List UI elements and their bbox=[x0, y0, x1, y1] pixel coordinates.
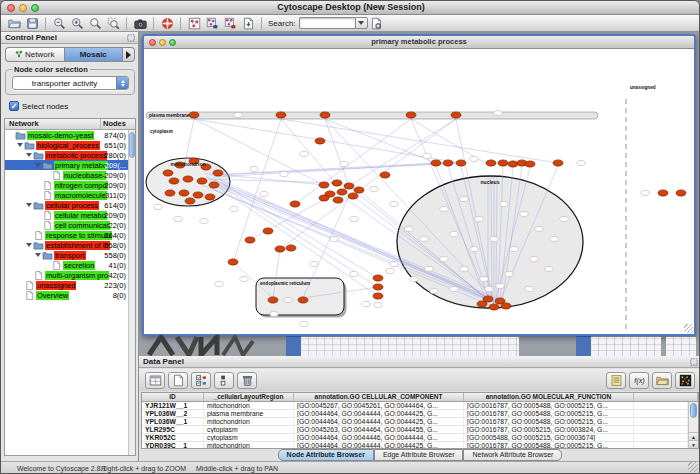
network-node[interactable] bbox=[240, 276, 248, 281]
network-node[interactable] bbox=[560, 216, 568, 221]
network-node[interactable] bbox=[460, 266, 468, 271]
network-node-selected-color[interactable] bbox=[553, 160, 563, 166]
network-node[interactable] bbox=[280, 171, 288, 176]
tree-row[interactable]: cellular process614(0) bbox=[5, 200, 128, 210]
network-node-selected-color[interactable] bbox=[406, 112, 416, 118]
tree-row[interactable]: establishment of lo558(0) bbox=[5, 240, 128, 250]
network-node-selected-color[interactable] bbox=[263, 228, 273, 234]
network-node[interactable] bbox=[530, 256, 538, 261]
network-node-selected-color[interactable] bbox=[477, 301, 487, 307]
network-node-selected-color[interactable] bbox=[451, 112, 461, 118]
tree-row[interactable]: nitrogen compo209(0) bbox=[5, 180, 128, 190]
plasma-membrane-region[interactable] bbox=[146, 112, 598, 119]
network-node-selected-color[interactable] bbox=[431, 160, 441, 166]
network-node[interactable] bbox=[230, 206, 238, 211]
zoom-in-icon[interactable] bbox=[68, 16, 86, 31]
network-node[interactable] bbox=[270, 311, 278, 316]
network-node[interactable] bbox=[496, 283, 504, 288]
scroll-down-icon[interactable]: ▼ bbox=[689, 440, 698, 448]
network-node-selected-color[interactable] bbox=[373, 284, 383, 290]
table-row[interactable]: YKR052Ccytoplasm[GO:0044464, GO:0044446,… bbox=[142, 434, 688, 442]
attribute-batch-icon[interactable] bbox=[606, 372, 626, 389]
title-bar[interactable]: Cytoscape Desktop (New Session) bbox=[1, 1, 700, 15]
network-node-selected-color[interactable] bbox=[189, 112, 199, 118]
network-node[interactable] bbox=[450, 286, 458, 291]
network-node[interactable] bbox=[370, 186, 378, 191]
network-node[interactable] bbox=[440, 256, 448, 261]
search-dropdown-arrow-icon[interactable] bbox=[355, 17, 368, 29]
tree-row[interactable]: response to stimulu264(0) bbox=[5, 230, 128, 240]
import-table-icon[interactable] bbox=[239, 16, 257, 31]
network-node[interactable] bbox=[390, 201, 398, 206]
network-node-selected-color[interactable] bbox=[228, 259, 238, 265]
network-window-resize-grip[interactable] bbox=[684, 324, 693, 333]
network-node-selected-color[interactable] bbox=[213, 170, 223, 176]
network-node[interactable] bbox=[420, 236, 428, 241]
tab-edge-attribute-browser[interactable]: Edge Attribute Browser bbox=[374, 449, 464, 461]
network-node[interactable] bbox=[470, 246, 478, 251]
network-node[interactable] bbox=[260, 191, 268, 196]
network-node[interactable] bbox=[545, 266, 553, 271]
network-node-selected-color[interactable] bbox=[205, 194, 215, 200]
zoom-fit-icon[interactable] bbox=[86, 16, 104, 31]
network-node[interactable] bbox=[510, 246, 518, 251]
network-node-selected-color[interactable] bbox=[456, 160, 466, 166]
network-node-selected-color[interactable] bbox=[185, 198, 195, 204]
network-node-selected-color[interactable] bbox=[209, 182, 219, 188]
disclosure-triangle-icon[interactable] bbox=[34, 250, 42, 260]
network-node[interactable] bbox=[350, 271, 358, 276]
tree-row[interactable]: multi-organism pro42(0) bbox=[5, 270, 128, 280]
background-window-fragment[interactable] bbox=[591, 336, 661, 356]
float-panel-icon[interactable] bbox=[127, 34, 135, 42]
network-node[interactable] bbox=[386, 268, 394, 273]
network-node-selected-color[interactable] bbox=[286, 245, 296, 251]
search-settings-icon[interactable] bbox=[368, 16, 386, 31]
network-node-selected-color[interactable] bbox=[525, 161, 535, 167]
table-row[interactable]: YPL036W__1mitochondrion[GO:0044464, GO:0… bbox=[142, 418, 688, 426]
table-row[interactable]: YLR295Ccytoplasm[GO:0045263, GO:0044464,… bbox=[142, 426, 688, 434]
network-node-selected-color[interactable] bbox=[508, 161, 518, 167]
table-column-header[interactable]: annotation.GO CELLULAR_COMPONENT bbox=[294, 393, 464, 401]
annotation-icon[interactable] bbox=[221, 16, 239, 31]
network-node-selected-color[interactable] bbox=[320, 112, 330, 118]
network-node-selected-color[interactable] bbox=[676, 190, 686, 196]
float-panel-icon[interactable] bbox=[690, 358, 698, 366]
create-attribute-icon[interactable] bbox=[168, 372, 188, 389]
network-node[interactable] bbox=[494, 110, 502, 115]
network-node[interactable] bbox=[440, 206, 448, 211]
network-node-selected-color[interactable] bbox=[275, 246, 285, 252]
network-node[interactable] bbox=[154, 204, 162, 209]
network-node[interactable] bbox=[485, 286, 493, 291]
disclosure-triangle-icon[interactable] bbox=[16, 140, 24, 150]
network-node[interactable] bbox=[390, 261, 398, 266]
formula-builder-icon[interactable]: f(x) bbox=[629, 372, 649, 389]
network-node[interactable] bbox=[577, 160, 585, 165]
network-node[interactable] bbox=[505, 271, 513, 276]
network-node[interactable] bbox=[250, 166, 258, 171]
network-node-selected-color[interactable] bbox=[501, 303, 511, 309]
tab-network-attribute-browser[interactable]: Network Attribute Browser bbox=[463, 449, 562, 461]
disclosure-triangle-icon[interactable] bbox=[25, 240, 33, 250]
tree-row[interactable]: biological_process651(0) bbox=[5, 140, 128, 150]
network-node-selected-color[interactable] bbox=[197, 178, 207, 184]
app-resize-grip[interactable] bbox=[688, 462, 698, 472]
network-node[interactable] bbox=[215, 281, 223, 286]
network-node[interactable] bbox=[430, 288, 438, 293]
network-node-selected-color[interactable] bbox=[319, 195, 329, 201]
network-node-selected-color[interactable] bbox=[443, 160, 453, 166]
tree-row[interactable]: mosaic-demo-yeast874(0) bbox=[5, 130, 128, 140]
attribute-matrix-icon[interactable] bbox=[675, 372, 695, 389]
network-node-selected-color[interactable] bbox=[193, 192, 203, 198]
tab-node-attribute-browser[interactable]: Node Attribute Browser bbox=[278, 449, 374, 461]
network-view-window[interactable]: primary metabolic process plasma membran… bbox=[142, 34, 696, 336]
network-node-selected-color[interactable] bbox=[245, 237, 255, 243]
table-scrollbar[interactable]: ▲ ▼ bbox=[688, 402, 698, 448]
disclosure-triangle-icon[interactable] bbox=[34, 160, 42, 170]
network-node[interactable] bbox=[470, 156, 478, 161]
network-node-selected-color[interactable] bbox=[276, 112, 286, 118]
snapshot-icon[interactable] bbox=[131, 16, 149, 31]
node-color-dropdown[interactable]: transporter activity bbox=[12, 76, 129, 90]
network-node[interactable] bbox=[425, 266, 433, 271]
network-node-selected-color[interactable] bbox=[163, 170, 173, 176]
network-node[interactable] bbox=[500, 201, 508, 206]
